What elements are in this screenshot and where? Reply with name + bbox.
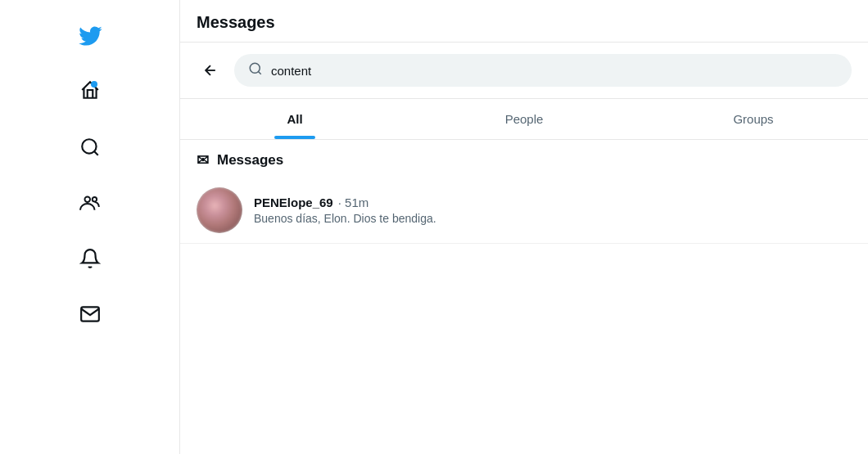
svg-point-2: [84, 196, 90, 202]
message-username: PENElope_69: [254, 196, 333, 209]
sidebar-item-explore[interactable]: [0, 119, 179, 175]
tab-groups[interactable]: Groups: [639, 99, 868, 139]
communities-icon: [72, 185, 108, 221]
svg-point-3: [92, 197, 96, 201]
search-input[interactable]: [271, 64, 838, 78]
sidebar: [0, 0, 180, 454]
search-row: [180, 43, 868, 99]
sidebar-item-home[interactable]: [0, 64, 179, 119]
message-top: PENElope_69 · 51m: [254, 196, 852, 209]
tab-all[interactable]: All: [180, 99, 409, 139]
sidebar-item-twitter-logo[interactable]: [0, 8, 179, 64]
svg-point-0: [82, 139, 96, 153]
tab-people[interactable]: People: [409, 99, 639, 139]
twitter-logo-icon: [72, 18, 108, 54]
message-time: · 51m: [338, 196, 369, 209]
back-button[interactable]: [197, 56, 224, 84]
message-preview: Buenos días, Elon. Dios te bendiga.: [254, 212, 852, 225]
svg-point-5: [250, 63, 260, 73]
sidebar-item-messages[interactable]: [0, 286, 179, 342]
svg-line-6: [258, 71, 260, 74]
explore-icon: [72, 129, 108, 165]
messages-header: Messages: [180, 0, 868, 43]
sidebar-item-communities[interactable]: [0, 175, 179, 231]
message-info: PENElope_69 · 51m Buenos días, Elon. Dio…: [254, 196, 852, 225]
sidebar-item-notifications[interactable]: [0, 231, 179, 286]
home-notification-badge: [91, 81, 97, 88]
search-box: [234, 54, 852, 87]
messages-section-heading: ✉ Messages: [180, 140, 868, 178]
message-result-item[interactable]: PENElope_69 · 51m Buenos días, Elon. Dio…: [180, 178, 868, 244]
search-tabs: All People Groups: [180, 99, 868, 140]
svg-line-1: [94, 151, 98, 155]
avatar: [197, 187, 242, 233]
mail-icon: [72, 296, 108, 332]
avatar-image: [197, 187, 242, 233]
main-content: Messages All People Grou: [180, 0, 868, 454]
home-icon: [72, 74, 108, 110]
page-title: Messages: [197, 13, 275, 31]
search-icon: [248, 61, 263, 79]
envelope-icon: ✉: [197, 151, 209, 169]
bell-icon: [72, 240, 108, 276]
